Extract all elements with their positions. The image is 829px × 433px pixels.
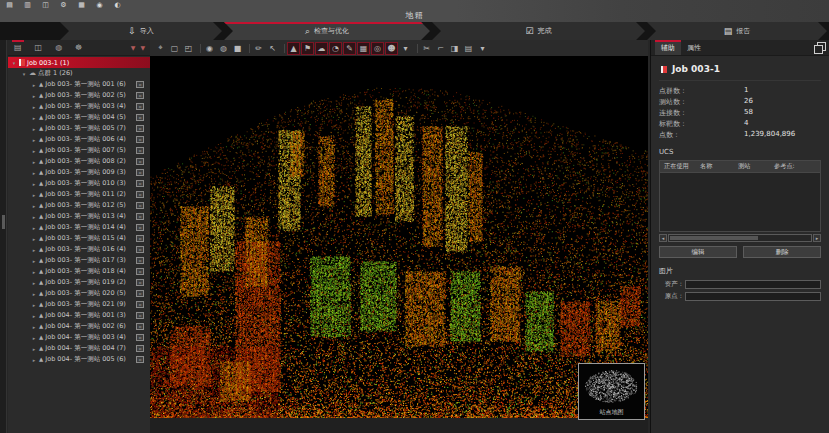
panorama-icon[interactable]: ◍ [217, 42, 230, 55]
layers-icon[interactable]: ▤ [462, 42, 475, 55]
pointcloud-icon[interactable]: ☁ [315, 42, 328, 55]
station-image-icon[interactable]: ▫ [136, 125, 144, 132]
tree-row-station[interactable]: ▸ ▲ Job 003- 第一测站 001 (6) ▫ [8, 79, 150, 90]
station-image-icon[interactable]: ▫ [136, 92, 144, 99]
station-image-icon[interactable]: ▫ [136, 279, 144, 286]
expand-icon[interactable]: ▸ [31, 236, 37, 242]
station-image-icon[interactable]: ▫ [136, 235, 144, 242]
expand-icon[interactable]: ▸ [31, 291, 37, 297]
station-image-icon[interactable]: ▫ [136, 114, 144, 121]
help-icon[interactable]: ◉ [95, 1, 104, 9]
save-project-icon[interactable]: ▥ [23, 1, 32, 9]
tree-row-station[interactable]: ▸ ▲ Job 003- 第一测站 002 (5) ▫ [8, 90, 150, 101]
image-field-input[interactable] [685, 280, 821, 289]
tree-row-station[interactable]: ▸ ▲ Job 003- 第一测站 009 (3) ▫ [8, 167, 150, 178]
tree-row-station[interactable]: ▸ ▲ Job 003- 第一测站 013 (4) ▫ [8, 211, 150, 222]
restore-panel-icon[interactable] [814, 42, 825, 53]
collapse-icon[interactable]: ▾ [11, 60, 17, 66]
tree-row-station[interactable]: ▸ ▲ Job 003- 第一测站 006 (4) ▫ [8, 134, 150, 145]
station-image-icon[interactable]: ▫ [136, 323, 144, 330]
tree-row-station[interactable]: ▸ ▲ Job 003- 第一测站 011 (2) ▫ [8, 189, 150, 200]
scrollbar-thumb[interactable] [670, 236, 758, 240]
filter-images-icon[interactable]: ▼ [140, 44, 145, 51]
tree-row-station[interactable]: ▸ ▲ Job 003- 第一测站 008 (2) ▫ [8, 156, 150, 167]
tree-row-station[interactable]: ▸ ▲ Job 003- 第一测站 021 (9) ▫ [8, 299, 150, 310]
expand-icon[interactable]: ▸ [31, 269, 37, 275]
ucs-table-body[interactable] [660, 173, 820, 231]
settings-icon[interactable]: ⚙ [59, 1, 68, 9]
image-icon[interactable]: ▦ [357, 42, 370, 55]
expand-icon[interactable]: ▸ [31, 126, 37, 132]
tree-row-station[interactable]: ▸ ▲ Job 003- 第一测站 017 (3) ▫ [8, 255, 150, 266]
expand-icon[interactable]: ▸ [31, 335, 37, 341]
station-image-icon[interactable]: ▫ [136, 136, 144, 143]
workflow-step[interactable]: ⌕ 检查与优化 [224, 22, 430, 40]
camera-icon[interactable]: ◉ [203, 42, 216, 55]
select-icon[interactable]: ⌖ [154, 42, 167, 55]
station-image-icon[interactable]: ▫ [136, 257, 144, 264]
collapse-icon[interactable]: ▾ [21, 71, 27, 77]
pick-point-icon[interactable]: ↖ [266, 42, 279, 55]
expand-icon[interactable]: ▸ [31, 313, 37, 319]
site-minimap[interactable]: 站点地图 [578, 363, 645, 420]
station-image-icon[interactable]: ▫ [136, 81, 144, 88]
scrollbar-track[interactable] [668, 234, 812, 242]
tree-row-station[interactable]: ▸ ▲ Job 003- 第一测站 005 (7) ▫ [8, 123, 150, 134]
user-dropdown-icon[interactable]: ▾ [399, 42, 412, 55]
expand-icon[interactable]: ▸ [31, 192, 37, 198]
filter-stations-icon[interactable]: ▼ [131, 44, 136, 51]
scroll-left-icon[interactable]: ◂ [659, 234, 667, 242]
about-icon[interactable]: ◐ [113, 1, 122, 9]
expand-icon[interactable]: ▸ [31, 247, 37, 253]
layers-dropdown-icon[interactable]: ▾ [476, 42, 489, 55]
expand-icon[interactable]: ▸ [31, 170, 37, 176]
station-image-icon[interactable]: ▫ [136, 158, 144, 165]
tree-row-station[interactable]: ▸ ▲ Job 004- 第一测站 004 (7) ▫ [8, 343, 150, 354]
open-project-icon[interactable]: ▤ [5, 1, 14, 9]
expand-icon[interactable]: ▸ [31, 137, 37, 143]
panel-drag-handle[interactable] [2, 215, 5, 229]
region-select-icon[interactable]: ▢ [168, 42, 181, 55]
pointcloud-canvas[interactable] [150, 56, 648, 418]
station-image-icon[interactable]: ▫ [136, 246, 144, 253]
tree-row-station[interactable]: ▸ ▲ Job 003- 第一测站 019 (2) ▫ [8, 277, 150, 288]
expand-icon[interactable]: ▸ [31, 280, 37, 286]
station-image-icon[interactable]: ▫ [136, 345, 144, 352]
expand-icon[interactable]: ▸ [31, 115, 37, 121]
tree-row-station[interactable]: ▸ ▲ Job 003- 第一测站 018 (4) ▫ [8, 266, 150, 277]
station-image-icon[interactable]: ▫ [136, 191, 144, 198]
properties-tab[interactable]: 辅助 [655, 40, 681, 55]
tree-row-pointcloud-group[interactable]: ▾ ☁ 点群 1 (26) [8, 68, 150, 79]
station-image-icon[interactable]: ▫ [136, 202, 144, 209]
expand-icon[interactable]: ▸ [31, 214, 37, 220]
annotate-icon[interactable]: ✎ [343, 42, 356, 55]
station-image-icon[interactable]: ▫ [136, 169, 144, 176]
tab-project-tree-icon[interactable]: ▤ [14, 40, 22, 56]
expand-icon[interactable]: ▸ [31, 324, 37, 330]
tab-manage-icon[interactable]: ☸ [75, 40, 82, 56]
location-icon[interactable]: ◎ [371, 42, 384, 55]
expand-icon[interactable]: ▸ [31, 203, 37, 209]
measure-icon[interactable]: ✏ [252, 42, 265, 55]
station-image-icon[interactable]: ▫ [136, 334, 144, 341]
station-image-icon[interactable]: ▫ [136, 301, 144, 308]
station-image-icon[interactable]: ▫ [136, 213, 144, 220]
label-icon[interactable]: ⚑ [301, 42, 314, 55]
tree-row-station[interactable]: ▸ ▲ Job 003- 第一测站 016 (4) ▫ [8, 244, 150, 255]
expand-icon[interactable]: ▸ [31, 82, 37, 88]
pie-section-icon[interactable]: ◔ [329, 42, 342, 55]
expand-icon[interactable]: ▸ [31, 346, 37, 352]
tree-row-station[interactable]: ▸ ▲ Job 004- 第一测站 003 (4) ▫ [8, 332, 150, 343]
snapshot-icon[interactable]: ◨ [448, 42, 461, 55]
import-data-icon[interactable]: ◫ [41, 1, 50, 9]
expand-icon[interactable]: ▸ [31, 225, 37, 231]
station-image-icon[interactable]: ▫ [136, 312, 144, 319]
tab-georef-icon[interactable]: ◍ [55, 40, 62, 56]
zoom-window-icon[interactable]: ◰ [182, 42, 195, 55]
tree-row-station[interactable]: ▸ ▲ Job 004- 第一测站 001 (3) ▫ [8, 310, 150, 321]
scroll-right-icon[interactable]: ▸ [813, 234, 821, 242]
station-image-icon[interactable]: ▫ [136, 290, 144, 297]
station-image-icon[interactable]: ▫ [136, 147, 144, 154]
target-icon[interactable]: ▲ [287, 42, 300, 55]
cut-icon[interactable]: ✂ [420, 42, 433, 55]
